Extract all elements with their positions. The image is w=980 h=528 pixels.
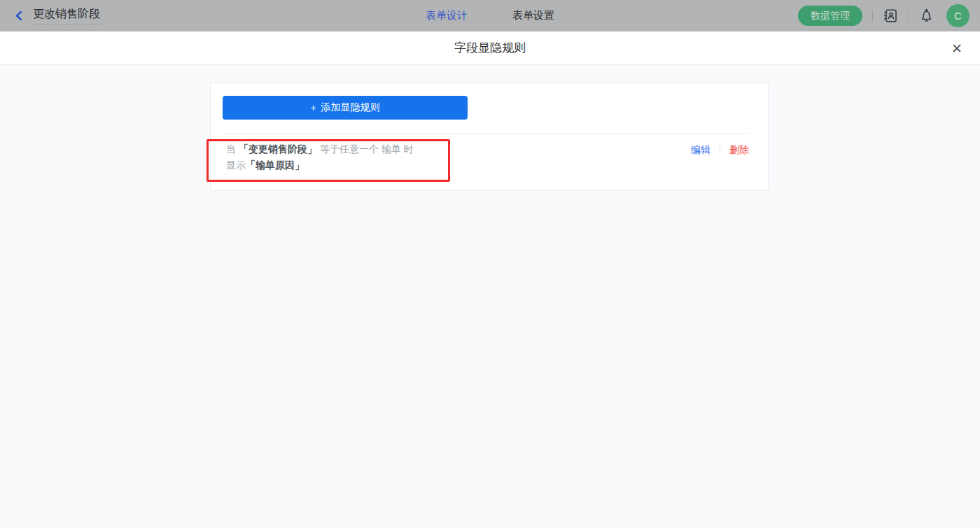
- rule-when: 当: [226, 143, 236, 155]
- modal-title: 字段显隐规则: [454, 40, 526, 56]
- header-right: 数据管理 C: [798, 0, 969, 31]
- chevron-left-icon: [14, 10, 24, 21]
- notification-bell-icon[interactable]: [918, 8, 934, 24]
- back-button[interactable]: [14, 10, 24, 21]
- form-name-title[interactable]: 更改销售阶段: [33, 7, 100, 24]
- user-avatar[interactable]: C: [946, 4, 969, 27]
- header-divider: [872, 10, 873, 22]
- rule-actions: 编辑 删除: [691, 144, 749, 157]
- delete-rule-link[interactable]: 删除: [729, 144, 749, 157]
- app-header: 更改销售阶段 表单设计 表单设置 数据管理 C: [0, 0, 980, 31]
- add-rule-button[interactable]: + 添加显隐规则: [223, 96, 468, 120]
- header-tabs: 表单设计 表单设置: [426, 0, 554, 31]
- plus-icon: +: [310, 102, 316, 113]
- header-divider: [908, 10, 909, 22]
- rule-condition: 等于任意一个 输单 时: [320, 143, 414, 155]
- add-rule-button-label: 添加显隐规则: [321, 101, 380, 114]
- edit-rule-link[interactable]: 编辑: [691, 144, 710, 157]
- rules-card: + 添加显隐规则 当「变更销售阶段」等于任意一个 输单 时 显示「输单原因」 编…: [210, 83, 769, 191]
- tab-form-settings[interactable]: 表单设置: [512, 9, 554, 22]
- rule-field-2: 「输单原因」: [246, 159, 304, 171]
- rule-line-1: 当「变更销售阶段」等于任意一个 输单 时: [226, 141, 416, 157]
- rule-show: 显示: [226, 159, 246, 171]
- data-manage-button[interactable]: 数据管理: [798, 6, 862, 26]
- modal-titlebar: 字段显隐规则 ✕: [0, 31, 980, 65]
- rule-field-1: 「变更销售阶段」: [239, 143, 317, 155]
- tab-form-design[interactable]: 表单设计: [426, 9, 468, 22]
- rule-description: 当「变更销售阶段」等于任意一个 输单 时 显示「输单原因」: [226, 141, 416, 173]
- actions-divider: [720, 145, 720, 155]
- contacts-book-icon[interactable]: [883, 8, 898, 24]
- rule-row: 当「变更销售阶段」等于任意一个 输单 时 显示「输单原因」 编辑 删除: [211, 134, 768, 173]
- modal-body: + 添加显隐规则 当「变更销售阶段」等于任意一个 输单 时 显示「输单原因」 编…: [0, 65, 980, 528]
- header-left: 更改销售阶段: [0, 7, 100, 24]
- close-icon[interactable]: ✕: [951, 41, 962, 55]
- rule-line-2: 显示「输单原因」: [226, 157, 416, 173]
